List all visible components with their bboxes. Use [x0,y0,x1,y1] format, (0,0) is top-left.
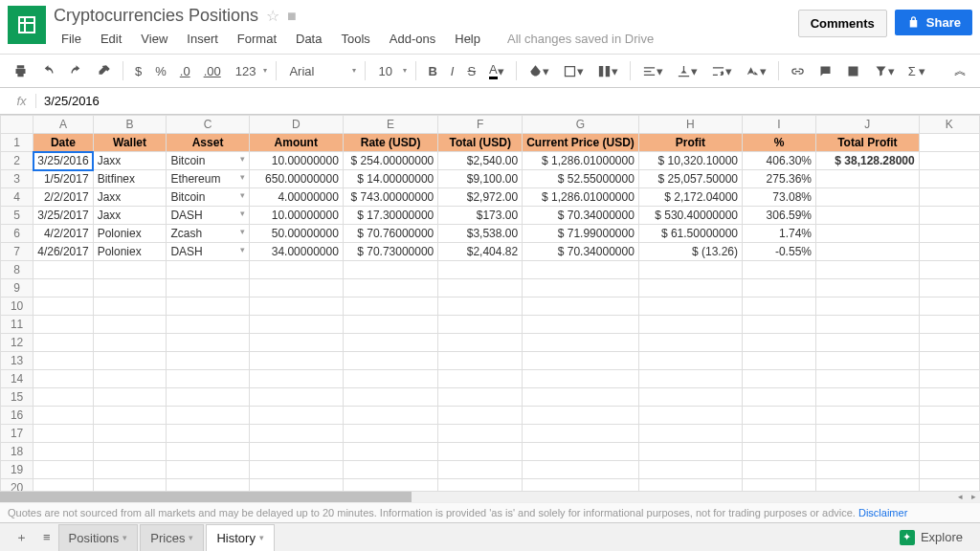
cell[interactable] [93,261,167,279]
cell[interactable] [815,207,919,225]
collapse-toolbar-icon[interactable]: ︽ [948,58,972,83]
cell[interactable] [523,316,639,334]
cell[interactable] [438,443,523,461]
italic-button[interactable]: I [445,60,460,82]
cell[interactable] [33,334,93,352]
row-header[interactable]: 5 [1,207,33,225]
cell[interactable] [93,479,167,492]
cell[interactable]: $ 14.00000000 [343,170,437,188]
column-header[interactable]: B [93,116,167,134]
cell[interactable] [343,443,437,461]
cell[interactable] [33,279,93,298]
cell[interactable] [523,334,639,352]
folder-icon[interactable]: ■ [287,8,297,25]
h-align-button[interactable]: ▾ [636,60,669,82]
cell[interactable] [343,388,437,407]
cell[interactable]: $ 70.34000000 [523,207,639,225]
cell[interactable] [438,352,523,370]
menu-addons[interactable]: Add-ons [382,30,443,48]
cell[interactable]: Bitfinex [93,170,167,188]
cell[interactable] [249,443,343,461]
row-header[interactable]: 3 [1,170,33,188]
comments-button[interactable]: Comments [798,10,887,37]
strikethrough-button[interactable]: S [461,60,481,82]
cell[interactable] [919,461,979,479]
cell[interactable] [919,388,979,407]
cell[interactable] [93,316,167,334]
menu-file[interactable]: File [54,30,89,48]
cell[interactable] [167,479,249,492]
sheets-logo-icon[interactable] [8,6,46,44]
cell[interactable] [249,388,343,407]
cell[interactable]: $ 1,286.01000000 [523,152,639,170]
cell[interactable] [638,461,742,479]
cell[interactable] [638,261,742,279]
cell[interactable] [919,425,979,443]
cell[interactable]: Profit [638,134,742,152]
column-header[interactable]: A [33,116,93,134]
cell[interactable] [93,407,167,425]
cell[interactable] [815,279,919,298]
insert-chart-icon[interactable] [840,60,866,82]
star-icon[interactable]: ☆ [266,7,279,25]
cell[interactable]: Rate (USD) [343,134,437,152]
cell[interactable] [93,425,167,443]
cell[interactable] [33,370,93,388]
cell[interactable] [638,407,742,425]
cell[interactable] [438,388,523,407]
cell[interactable] [249,425,343,443]
cell[interactable] [343,461,437,479]
cell[interactable] [815,316,919,334]
column-header[interactable]: F [438,116,523,134]
cell[interactable]: $ 254.00000000 [343,152,437,170]
cell[interactable]: Amount [249,134,343,152]
row-header[interactable]: 18 [1,443,33,461]
functions-icon[interactable]: Σ ▾ [902,60,932,82]
cell[interactable] [33,443,93,461]
cell[interactable]: Zcash [167,225,249,243]
cell[interactable] [523,443,639,461]
cell[interactable] [249,479,343,492]
column-header[interactable]: G [523,116,639,134]
row-header[interactable]: 1 [1,134,33,152]
row-header[interactable]: 15 [1,388,33,407]
row-header[interactable]: 6 [1,225,33,243]
insert-comment-icon[interactable] [813,60,838,82]
cell[interactable] [249,334,343,352]
row-header[interactable]: 8 [1,261,33,279]
cell[interactable] [523,261,639,279]
row-header[interactable]: 9 [1,279,33,298]
cell[interactable] [438,334,523,352]
column-header[interactable]: I [743,116,816,134]
explore-button[interactable]: ✦ Explore [890,526,972,549]
cell[interactable]: 10.00000000 [249,152,343,170]
cell[interactable] [523,388,639,407]
cell[interactable]: Bitcoin [167,152,249,170]
row-header[interactable]: 2 [1,152,33,170]
add-sheet-button[interactable]: ＋ [8,525,35,550]
column-header[interactable]: D [249,116,343,134]
cell[interactable]: 650.00000000 [249,170,343,188]
cell[interactable]: 1/5/2017 [33,170,93,188]
row-header[interactable]: 17 [1,425,33,443]
cell[interactable]: 306.59% [743,207,816,225]
menu-view[interactable]: View [133,30,175,48]
cell[interactable]: 34.00000000 [249,243,343,261]
all-sheets-button[interactable]: ≡ [35,526,58,548]
cell[interactable] [167,279,249,298]
cell[interactable] [919,243,979,261]
cell[interactable] [919,170,979,188]
cell[interactable] [919,261,979,279]
cell[interactable] [638,370,742,388]
cell[interactable]: % [743,134,816,152]
cell[interactable] [919,279,979,298]
cell[interactable] [743,334,816,352]
cell[interactable] [919,334,979,352]
cell[interactable] [33,352,93,370]
redo-icon[interactable] [63,60,89,82]
cell[interactable] [93,334,167,352]
cell[interactable] [93,279,167,298]
cell[interactable] [638,298,742,316]
cell[interactable] [638,425,742,443]
cell[interactable] [167,261,249,279]
